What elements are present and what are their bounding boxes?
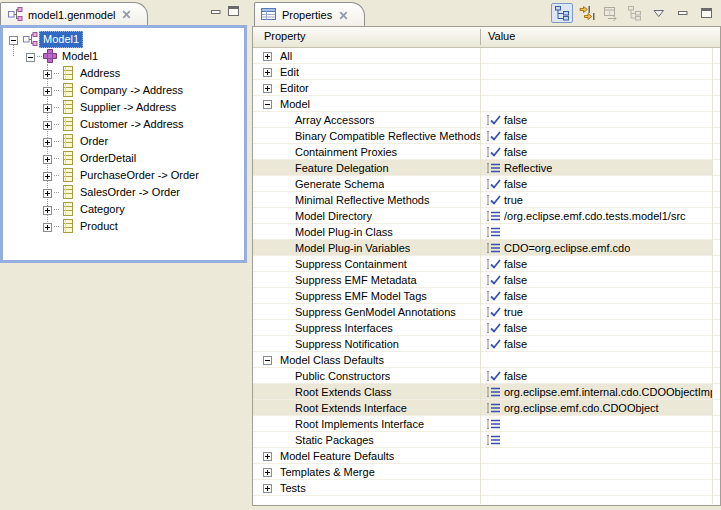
property-value[interactable]: false	[504, 273, 527, 287]
tree-item[interactable]: OrderDetail	[3, 150, 244, 167]
show-categories-button[interactable]	[551, 3, 573, 23]
property-row[interactable]: Model Directory/org.eclipse.emf.cdo.test…	[253, 208, 720, 224]
property-category-row[interactable]: Tests	[253, 480, 720, 496]
property-category-row[interactable]: Editor	[253, 80, 720, 96]
filter-button[interactable]	[625, 4, 645, 22]
expand-icon[interactable]	[43, 69, 52, 78]
property-category-row[interactable]: Edit	[253, 64, 720, 80]
property-category-row[interactable]: Model Class Defaults	[253, 352, 720, 368]
tree-item-label[interactable]: Company -> Address	[77, 83, 186, 98]
property-value[interactable]: false	[504, 129, 527, 143]
tree-item-label[interactable]: OrderDetail	[77, 151, 139, 166]
minimize-button[interactable]	[673, 4, 693, 22]
property-row[interactable]: Suppress EMF Metadatafalse	[253, 272, 720, 288]
property-row[interactable]: Generate Schemafalse	[253, 176, 720, 192]
expand-icon[interactable]	[263, 483, 272, 492]
tree-item-label[interactable]: Address	[77, 66, 123, 81]
close-icon[interactable]	[339, 11, 348, 20]
property-value[interactable]: org.eclipse.emf.cdo.CDOObject	[504, 401, 659, 415]
tree-item-label[interactable]: Customer -> Address	[77, 117, 187, 132]
tree-item[interactable]: Supplier -> Address	[3, 99, 244, 116]
property-row[interactable]: Suppress Containmentfalse	[253, 256, 720, 272]
property-value[interactable]: Reflective	[504, 161, 552, 175]
tree-item-label[interactable]: Supplier -> Address	[77, 100, 179, 115]
view-menu-button[interactable]	[649, 4, 669, 22]
column-header-property[interactable]: Property	[264, 30, 306, 42]
tab-model1-genmodel[interactable]: model1.genmodel	[0, 2, 148, 26]
tree-item[interactable]: PurchaseOrder -> Order	[3, 167, 244, 184]
property-category-row[interactable]: Templates & Merge	[253, 464, 720, 480]
tree-item[interactable]: Product	[3, 218, 244, 235]
column-header-value[interactable]: Value	[488, 30, 515, 42]
property-value[interactable]: CDO=org.eclipse.emf.cdo	[504, 241, 630, 255]
expand-icon[interactable]	[43, 222, 52, 231]
tree-item-label[interactable]: Category	[77, 202, 128, 217]
tree-item[interactable]: Order	[3, 133, 244, 150]
property-row[interactable]: Model Plug-in VariablesCDO=org.eclipse.e…	[253, 240, 720, 256]
tree-item[interactable]: Company -> Address	[3, 82, 244, 99]
expand-icon[interactable]	[263, 67, 272, 76]
property-value[interactable]: false	[504, 257, 527, 271]
property-row[interactable]: Model Plug-in Class	[253, 224, 720, 240]
collapse-icon[interactable]	[26, 52, 35, 61]
property-value[interactable]: false	[504, 289, 527, 303]
property-row[interactable]: Suppress GenModel Annotationstrue	[253, 304, 720, 320]
tree-item[interactable]: Customer -> Address	[3, 116, 244, 133]
expand-icon[interactable]	[43, 154, 52, 163]
property-value[interactable]: org.eclipse.emf.internal.cdo.CDOObjectIm…	[504, 385, 712, 399]
property-row[interactable]: Binary Compatible Reflective Methodsfals…	[253, 128, 720, 144]
maximize-icon[interactable]	[228, 6, 240, 19]
property-row[interactable]: Root Extends Classorg.eclipse.emf.intern…	[253, 384, 720, 400]
property-row[interactable]: Static Packages	[253, 432, 720, 448]
tree-item-label[interactable]: PurchaseOrder -> Order	[77, 168, 202, 183]
property-category-row[interactable]: Model Feature Defaults	[253, 448, 720, 464]
property-value[interactable]: false	[504, 177, 527, 191]
property-row[interactable]: Array Accessorsfalse	[253, 112, 720, 128]
property-value[interactable]: false	[504, 321, 527, 335]
tab-properties[interactable]: Properties	[254, 2, 365, 27]
restore-default-value-button[interactable]	[601, 4, 621, 22]
expand-icon[interactable]	[263, 451, 272, 460]
property-value[interactable]: false	[504, 113, 527, 127]
tree-item-label[interactable]: Model1	[59, 49, 101, 64]
property-row[interactable]: Root Extends Interfaceorg.eclipse.emf.cd…	[253, 400, 720, 416]
property-value[interactable]: false	[504, 145, 527, 159]
expand-icon[interactable]	[263, 83, 272, 92]
tree-item[interactable]: Category	[3, 201, 244, 218]
tree-item-label[interactable]: Order	[77, 134, 111, 149]
maximize-button[interactable]	[697, 4, 717, 22]
property-row[interactable]: Suppress Notificationfalse	[253, 336, 720, 352]
show-advanced-properties-button[interactable]	[577, 4, 597, 22]
property-row[interactable]: Suppress EMF Model Tagsfalse	[253, 288, 720, 304]
collapse-icon[interactable]	[9, 35, 18, 44]
property-category-row[interactable]: All	[253, 48, 720, 64]
expand-icon[interactable]	[43, 171, 52, 180]
property-row[interactable]: Minimal Reflective Methodstrue	[253, 192, 720, 208]
collapse-icon[interactable]	[263, 355, 272, 364]
expand-icon[interactable]	[263, 51, 272, 60]
property-value[interactable]: /org.eclipse.emf.cdo.tests.model1/src	[504, 209, 686, 223]
minimize-icon[interactable]	[211, 7, 222, 19]
expand-icon[interactable]	[43, 120, 52, 129]
expand-icon[interactable]	[43, 86, 52, 95]
expand-icon[interactable]	[43, 103, 52, 112]
tree-item[interactable]: Model1	[3, 31, 244, 48]
property-value[interactable]: false	[504, 369, 527, 383]
property-value[interactable]: true	[504, 305, 523, 319]
close-icon[interactable]	[122, 10, 131, 19]
tree-item[interactable]: Model1	[3, 48, 244, 65]
property-row[interactable]: Feature DelegationReflective	[253, 160, 720, 176]
tree-item[interactable]: SalesOrder -> Order	[3, 184, 244, 201]
property-row[interactable]: Public Constructorsfalse	[253, 368, 720, 384]
tree-item-label[interactable]: SalesOrder -> Order	[77, 185, 183, 200]
property-value[interactable]: false	[504, 337, 527, 351]
expand-icon[interactable]	[263, 467, 272, 476]
tree-item-label[interactable]: Product	[77, 219, 121, 234]
property-value[interactable]: true	[504, 193, 523, 207]
expand-icon[interactable]	[43, 137, 52, 146]
column-resizer[interactable]	[480, 29, 481, 45]
property-row[interactable]: Suppress Interfacesfalse	[253, 320, 720, 336]
expand-icon[interactable]	[43, 205, 52, 214]
collapse-icon[interactable]	[263, 99, 272, 108]
property-row[interactable]: Root Implements Interface	[253, 416, 720, 432]
